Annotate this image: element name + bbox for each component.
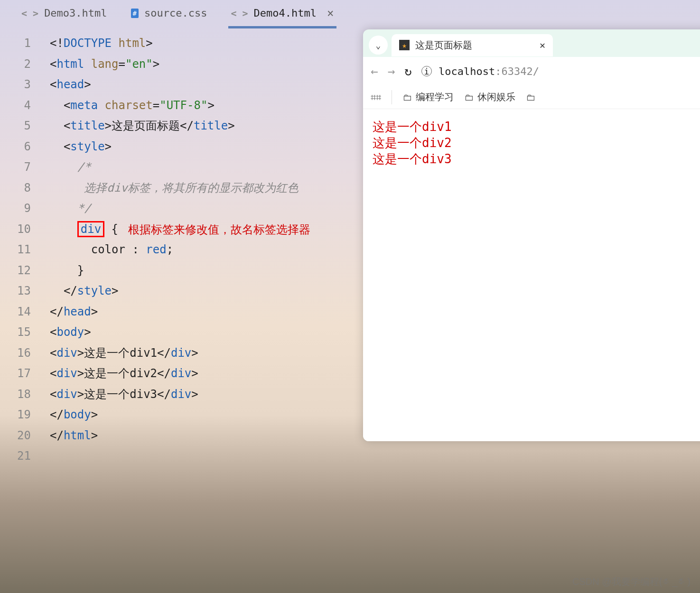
code-line: </body> bbox=[50, 405, 299, 426]
tab-label: Demo3.html bbox=[44, 7, 107, 19]
css-icon: # bbox=[131, 9, 139, 18]
code-line: 选择div标签，将其所有的显示都改为红色 bbox=[50, 178, 299, 199]
tab-demo4[interactable]: < > Demo4.html × bbox=[219, 2, 345, 25]
line-number: 10 bbox=[0, 219, 45, 240]
browser-window: ⌄ ★ 这是页面标题 ✕ ← → ↻ i localhost:63342/ ⌗⌗… bbox=[363, 29, 700, 441]
bookmark-label: 休闲娱乐 bbox=[477, 91, 515, 103]
gutter: 1 2 3 4 5 6 7 8 9 10 11 12 13 14 15 16 1… bbox=[0, 26, 45, 467]
line-number: 5 bbox=[0, 116, 45, 137]
forward-button[interactable]: → bbox=[388, 64, 395, 78]
line-number: 19 bbox=[0, 405, 45, 426]
browser-viewport: 这是一个div1 这是一个div2 这是一个div3 bbox=[363, 109, 700, 441]
chevron-down-icon: ⌄ bbox=[376, 40, 381, 50]
code-line: <div>这是一个div3</div> bbox=[50, 384, 299, 405]
code-line: </html> bbox=[50, 426, 299, 446]
code-line: */ bbox=[50, 198, 299, 219]
code-line: <html lang="en"> bbox=[50, 54, 299, 75]
browser-tab[interactable]: ★ 这是页面标题 ✕ bbox=[392, 34, 553, 56]
line-number: 1 bbox=[0, 33, 45, 54]
code-line: </style> bbox=[50, 281, 299, 302]
code-line: } bbox=[50, 260, 299, 281]
close-icon[interactable]: ✕ bbox=[540, 39, 545, 51]
code-line: <title>这是页面标题</title> bbox=[50, 116, 299, 137]
code-line: color : red; bbox=[50, 240, 299, 260]
folder-icon: 🗀 bbox=[526, 92, 535, 103]
divider bbox=[392, 90, 392, 104]
rendered-div: 这是一个div3 bbox=[373, 151, 700, 167]
back-button[interactable]: ← bbox=[371, 64, 378, 78]
code-line bbox=[50, 446, 299, 467]
code-line: </head> bbox=[50, 302, 299, 323]
bookmark-label: 编程学习 bbox=[416, 91, 454, 103]
line-number: 21 bbox=[0, 446, 45, 467]
tab-label: source.css bbox=[144, 7, 207, 19]
rendered-div: 这是一个div1 bbox=[373, 119, 700, 135]
html-icon: < > bbox=[231, 8, 248, 19]
rendered-div: 这是一个div2 bbox=[373, 135, 700, 151]
line-number: 20 bbox=[0, 426, 45, 446]
line-number: 18 bbox=[0, 384, 45, 405]
code-line: <body> bbox=[50, 322, 299, 343]
line-number: 17 bbox=[0, 363, 45, 384]
close-icon[interactable]: × bbox=[327, 7, 334, 20]
code-line: <head> bbox=[50, 74, 299, 95]
line-number: 8 bbox=[0, 178, 45, 199]
address-bar[interactable]: i localhost:63342/ bbox=[421, 65, 700, 77]
reload-button[interactable]: ↻ bbox=[404, 64, 412, 78]
code-line: <div>这是一个div1</div> bbox=[50, 343, 299, 364]
favicon-icon: ★ bbox=[399, 40, 410, 50]
code-line: <style> bbox=[50, 137, 299, 158]
folder-icon: 🗀 bbox=[402, 92, 412, 103]
line-number: 9 bbox=[0, 198, 45, 219]
bookmarks-bar: ⌗⌗ 🗀 编程学习 🗀 休闲娱乐 🗀 bbox=[363, 85, 700, 109]
tab-dropdown-button[interactable]: ⌄ bbox=[369, 36, 388, 55]
tab-label: Demo4.html bbox=[254, 7, 317, 19]
code-line: /* bbox=[50, 157, 299, 178]
bookmark-folder[interactable]: 🗀 休闲娱乐 bbox=[464, 91, 515, 103]
code-line: <div>这是一个div2</div> bbox=[50, 363, 299, 384]
line-number: 11 bbox=[0, 240, 45, 260]
browser-toolbar: ← → ↻ i localhost:63342/ bbox=[363, 57, 700, 85]
url-host: localhost bbox=[439, 65, 495, 77]
tab-source-css[interactable]: # source.css bbox=[119, 2, 219, 24]
line-number: 15 bbox=[0, 322, 45, 343]
line-number: 16 bbox=[0, 343, 45, 364]
html-icon: < > bbox=[21, 8, 38, 19]
site-info-icon[interactable]: i bbox=[421, 66, 432, 76]
browser-tab-title: 这是页面标题 bbox=[415, 39, 472, 52]
ide-tabs-bar: < > Demo3.html # source.css < > Demo4.ht… bbox=[0, 0, 700, 26]
line-number: 3 bbox=[0, 74, 45, 95]
tab-demo3[interactable]: < > Demo3.html bbox=[9, 2, 119, 24]
line-number: 4 bbox=[0, 95, 45, 116]
line-number: 12 bbox=[0, 260, 45, 281]
code-line: <meta charset="UTF-8"> bbox=[50, 95, 299, 116]
apps-icon[interactable]: ⌗⌗ bbox=[371, 92, 381, 103]
bookmark-folder[interactable]: 🗀 bbox=[526, 92, 535, 103]
bookmark-folder[interactable]: 🗀 编程学习 bbox=[402, 91, 454, 103]
folder-icon: 🗀 bbox=[464, 92, 474, 103]
url-path: :63342/ bbox=[495, 65, 539, 77]
line-number: 13 bbox=[0, 281, 45, 302]
line-number: 2 bbox=[0, 54, 45, 75]
browser-tab-strip: ⌄ ★ 这是页面标题 ✕ bbox=[363, 29, 700, 57]
line-number: 6 bbox=[0, 137, 45, 158]
code-line: <!DOCTYPE html> bbox=[50, 33, 299, 54]
annotation-text: 根据标签来修改值，故名标签选择器 bbox=[128, 222, 310, 237]
code-area[interactable]: <!DOCTYPE html> <html lang="en"> <head> … bbox=[50, 33, 299, 467]
line-number: 14 bbox=[0, 302, 45, 323]
highlighted-selector: div bbox=[77, 221, 104, 237]
line-number: 7 bbox=[0, 157, 45, 178]
watermark: CSDN @我要学编程(ಥ_ಥ) bbox=[572, 575, 691, 588]
